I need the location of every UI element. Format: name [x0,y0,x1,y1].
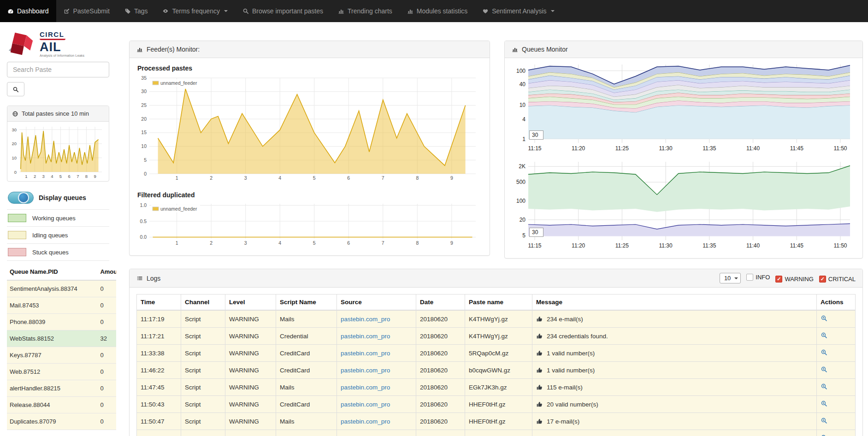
page-size-select[interactable]: 10 [720,273,741,283]
checkbox-info[interactable] [746,274,753,281]
nav-item-label: Dashboard [17,7,49,15]
monitor-row: Feeder(s) Monitor: Processed pastes 0510… [129,41,863,259]
log-level: WARNING [225,379,276,396]
nav-item-sentiment-analysis[interactable]: Sentiment Analysis [475,0,561,22]
queue-amount: 0 [97,297,116,314]
svg-text:2: 2 [210,240,213,246]
log-level: WARNING [225,413,276,430]
log-source-link[interactable]: pastebin.com_pro [341,350,390,357]
log-message: 17 e-mail(s) [536,418,813,425]
search-plus-icon [821,383,827,390]
svg-text:1: 1 [25,174,27,179]
nav-item-browse-important-pastes[interactable]: Browse important pastes [235,0,331,22]
log-row: 11:17:19ScriptWARNINGMailspastebin.com_p… [137,310,856,328]
nav-item-pastesubmit[interactable]: PasteSubmit [56,0,117,22]
page-size-value: 10 [724,275,731,282]
nav-item-dashboard[interactable]: Dashboard [0,0,56,22]
checkbox-critical[interactable] [819,276,826,283]
log-paste-name: 5RQap0cM.gz [465,345,532,362]
queue-name: alertHandler.88215 [7,380,97,397]
queues-bottom-chart[interactable]: 2K50010020511:1511:2011:2511:3011:3511:4… [512,160,855,251]
log-paste-name: b0cqwGWN.gz [465,362,532,379]
log-level: WARNING [225,362,276,379]
svg-text:11:40: 11:40 [746,145,760,152]
ail-logo[interactable]: CIRCL AIL Analysis of Information Leaks [7,27,109,58]
log-message-cell: 1 valid number(s) [532,362,817,379]
logs-title-group: Logs [136,275,160,282]
checkbox-warning[interactable] [775,276,782,283]
queue-table: Queue Name.PID Amount SentimentAnalysis.… [7,264,116,430]
logs-table: TimeChannelLevelScript NameSourceDatePas… [136,294,856,436]
log-source: pastebin.com_pro [337,430,416,436]
show-paste-button[interactable] [821,384,827,391]
show-paste-button[interactable] [821,418,827,425]
svg-text:2: 2 [210,175,213,181]
tag-icon [124,8,131,14]
queue-name: Mail.87453 [7,297,97,314]
nav-item-trending-charts[interactable]: Trending charts [331,0,400,22]
queue-amount: 0 [97,364,116,380]
show-paste-button[interactable] [821,350,827,357]
log-source-link[interactable]: pastebin.com_pro [341,367,390,374]
log-source-link[interactable]: pastebin.com_pro [341,316,390,323]
legend-stuck-queues: Stuck queues [7,244,109,261]
queue-amount: 0 [97,413,116,430]
svg-text:3: 3 [42,174,45,179]
bar-chart-icon [136,46,143,53]
log-source-link[interactable]: pastebin.com_pro [341,333,390,340]
log-source-link[interactable]: pastebin.com_pro [341,418,390,425]
queues-top-chart[interactable]: 10040104111:1511:2011:2511:3011:3511:401… [512,63,855,154]
queue-name: Web.87512 [7,364,97,380]
nav-item-label: Modules statistics [417,7,467,15]
thumbs-up-icon [536,333,543,340]
search-plus-icon [821,400,827,407]
show-paste-button[interactable] [821,316,827,323]
log-source-link[interactable]: pastebin.com_pro [341,384,390,391]
svg-text:0.0: 0.0 [140,234,147,240]
search-plus-icon [821,366,827,373]
log-script: CreditCard [276,362,337,379]
roll-period-input[interactable]: 30 [529,228,543,237]
log-paste-name: EGk7JK3h.gz [465,379,532,396]
svg-text:25: 25 [141,102,147,108]
search-paste-input[interactable] [7,62,109,77]
svg-text:10: 10 [12,155,17,160]
show-paste-button[interactable] [821,333,827,340]
legend-swatch [8,248,26,256]
processed-pastes-chart: 05101520253035123456789unnamed_feeder [136,74,481,184]
svg-text:30: 30 [12,127,17,132]
globe-icon [12,111,18,117]
show-paste-button[interactable] [821,367,827,374]
thumbs-up-icon [536,401,543,408]
svg-text:7: 7 [382,175,384,181]
log-date: 20180620 [416,345,465,362]
feeders-monitor-body: Processed pastes 05101520253035123456789… [130,58,490,255]
log-message-cell: 1 valid number(s) [532,345,817,362]
queue-amount: 0 [97,280,116,297]
logo-text: CIRCL AIL Analysis of Information Leaks [40,30,84,57]
svg-text:11:45: 11:45 [790,242,803,249]
legend-label: Idling queues [32,232,68,239]
svg-text:5: 5 [59,174,62,179]
search-button[interactable] [7,82,24,96]
log-source-link[interactable]: pastebin.com_pro [341,401,390,408]
bar-chart-icon [512,46,518,53]
bar-chart-icon [407,8,413,14]
queue-row: WebStats.8815232 [7,330,116,347]
svg-text:1: 1 [522,136,526,142]
roll-period-input[interactable]: 30 [529,130,543,140]
log-time: 11:47:45 [137,379,181,396]
search-icon [242,8,249,14]
nav-item-modules-statistics[interactable]: Modules statistics [400,0,475,22]
queue-name: Keys.87787 [7,347,97,364]
thumbs-up-icon [536,367,543,374]
legend-swatch [8,214,26,222]
list-icon [136,275,143,282]
svg-text:10: 10 [141,143,147,149]
show-paste-button[interactable] [821,401,827,408]
nav-item-tags[interactable]: Tags [117,0,155,22]
svg-text:15: 15 [141,130,147,135]
nav-item-terms-frequency[interactable]: Terms frequency [155,0,235,22]
log-level: WARNING [225,328,276,345]
display-queues-toggle[interactable] [8,192,34,204]
